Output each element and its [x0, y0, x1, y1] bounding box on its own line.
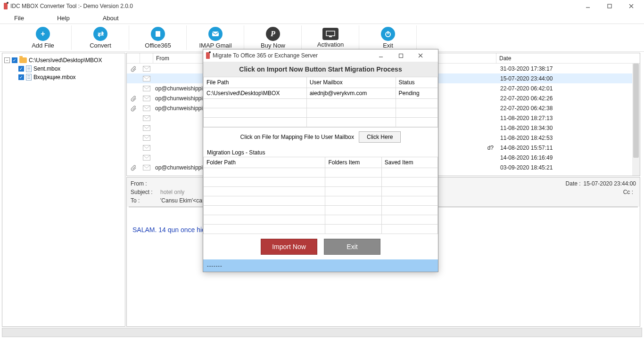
- cell-file-path: C:\Users\ved\Desktop\MBOX: [204, 88, 307, 99]
- col-saved-item[interactable]: Saved Item: [381, 157, 438, 168]
- mail-list-scrollbar[interactable]: [632, 64, 640, 176]
- tool-label: Exit: [383, 42, 393, 49]
- mapping-row[interactable]: [204, 118, 438, 127]
- tool-label: Add File: [32, 42, 54, 49]
- col-date[interactable]: Date: [496, 53, 640, 63]
- svg-rect-4: [156, 31, 160, 37]
- envelope-icon: [140, 86, 153, 91]
- tool-convert[interactable]: ⇄ Convert: [72, 24, 129, 52]
- log-row[interactable]: [204, 206, 438, 215]
- dialog-close-button[interactable]: [418, 53, 435, 58]
- click-here-button[interactable]: Click Here: [359, 131, 401, 143]
- tree-item-label: Sent.mbox: [33, 65, 60, 72]
- mapping-hint-row: Click on File for Mapping File to User M…: [203, 127, 438, 146]
- col-envelope-icon[interactable]: [140, 53, 153, 63]
- tool-label: Activation: [317, 41, 344, 48]
- tool-add-file[interactable]: + Add File: [14, 24, 72, 52]
- subject-label: Subject :: [131, 189, 157, 195]
- tool-imap-gmail[interactable]: IMAP Gmail: [187, 24, 244, 52]
- app-logo-icon: [206, 52, 210, 59]
- tree-root-label: C:\Users\ved\Desktop\MBOX: [29, 57, 102, 64]
- monitor-key-icon: [322, 28, 339, 40]
- date-label: Date :: [566, 180, 581, 187]
- mail-date: 11-08-2020 18:27:13: [496, 115, 640, 121]
- svg-rect-7: [329, 36, 332, 37]
- log-row[interactable]: [204, 187, 438, 196]
- envelope-icon: [140, 165, 153, 170]
- tool-label: IMAP Gmail: [199, 42, 231, 49]
- envelope-icon: [140, 96, 153, 101]
- log-row[interactable]: [204, 178, 438, 187]
- window-close-button[interactable]: [620, 0, 642, 12]
- log-row[interactable]: [204, 168, 438, 178]
- dialog-banner: Click on Import Now Button Start Migrati…: [203, 62, 438, 77]
- envelope-icon: [140, 76, 153, 81]
- dialog-minimize-button[interactable]: [379, 53, 396, 58]
- folder-icon: [19, 57, 27, 63]
- envelope-icon: [140, 115, 153, 121]
- dialog-exit-button[interactable]: Exit: [324, 239, 380, 255]
- envelope-icon: [140, 66, 153, 72]
- mail-date: 22-07-2020 06:42:01: [496, 85, 640, 92]
- mapping-row[interactable]: [204, 99, 438, 108]
- menu-help[interactable]: Help: [57, 15, 70, 22]
- cc-label: Cc :: [623, 189, 633, 195]
- window-titlebar: IDC MBOX Converter Tool :- Demo Version …: [0, 0, 644, 12]
- svg-rect-5: [212, 32, 219, 36]
- to-label: To :: [131, 197, 157, 204]
- mapping-row[interactable]: [204, 108, 438, 118]
- app-logo-icon: [4, 3, 8, 9]
- mapping-row[interactable]: C:\Users\ved\Desktop\MBOX aiednjb@verykv…: [204, 88, 438, 99]
- tool-label: Convert: [90, 42, 111, 49]
- mail-date: 11-08-2020 18:34:30: [496, 125, 640, 131]
- subject-value: hotel only: [160, 189, 184, 195]
- logs-caption: Migration Logs - Status: [203, 146, 438, 157]
- col-folder-path[interactable]: Folder Path: [204, 157, 325, 168]
- collapse-icon[interactable]: −: [4, 57, 10, 63]
- dialog-maximize-button[interactable]: [398, 53, 415, 58]
- power-icon: [381, 27, 395, 41]
- checkbox-icon[interactable]: ✓: [12, 57, 17, 63]
- col-attach-icon[interactable]: [127, 53, 140, 63]
- tool-office365[interactable]: Office365: [129, 24, 187, 52]
- dialog-buttons: Import Now Exit: [203, 234, 438, 259]
- attachment-icon: [127, 105, 140, 112]
- folder-tree[interactable]: − ✓ C:\Users\ved\Desktop\MBOX ✓Sent.mbox…: [2, 53, 125, 327]
- menu-file[interactable]: File: [14, 15, 24, 22]
- col-user-mailbox[interactable]: User Mailbox: [306, 77, 396, 88]
- window-minimize-button[interactable]: [577, 0, 599, 12]
- checkbox-icon[interactable]: ✓: [18, 74, 24, 80]
- logs-grid[interactable]: Folder Path Folders Item Saved Item: [203, 157, 438, 234]
- mapping-grid[interactable]: File Path User Mailbox Status C:\Users\v…: [203, 77, 438, 127]
- col-folders-item[interactable]: Folders Item: [325, 157, 381, 168]
- log-row[interactable]: [204, 215, 438, 225]
- mail-date: 22-07-2020 06:42:38: [496, 105, 640, 112]
- tool-activation[interactable]: Activation: [302, 24, 359, 52]
- mail-date: 31-03-2020 17:38:17: [496, 65, 640, 72]
- log-row[interactable]: [204, 225, 438, 234]
- svg-rect-1: [608, 4, 611, 8]
- attachment-icon: [127, 65, 140, 72]
- tree-root-row[interactable]: − ✓ C:\Users\ved\Desktop\MBOX: [4, 56, 123, 65]
- window-title: IDC MBOX Converter Tool :- Demo Version …: [10, 3, 133, 9]
- tool-exit[interactable]: Exit: [359, 24, 417, 52]
- col-file-path[interactable]: File Path: [204, 77, 307, 88]
- tree-item[interactable]: ✓Sent.mbox: [4, 65, 123, 73]
- envelope-icon: [140, 135, 153, 141]
- log-row[interactable]: [204, 196, 438, 206]
- mail-date: 03-09-2020 18:45:21: [496, 164, 640, 171]
- window-maximize-button[interactable]: [599, 0, 620, 12]
- envelope-icon: [140, 155, 153, 161]
- tool-buy-now[interactable]: P Buy Now: [244, 24, 302, 52]
- tree-item-label: Входящие.mbox: [33, 74, 76, 81]
- from-label: From :: [131, 180, 157, 187]
- import-now-button[interactable]: Import Now: [261, 239, 317, 255]
- tree-item[interactable]: ✓Входящие.mbox: [4, 73, 123, 81]
- menu-about[interactable]: About: [103, 15, 119, 22]
- checkbox-icon[interactable]: ✓: [18, 66, 24, 72]
- mail-date: 15-07-2020 23:44:00: [496, 75, 640, 82]
- date-value: 15-07-2020 23:44:00: [584, 180, 636, 187]
- paypal-icon: P: [266, 27, 280, 41]
- mail-date: 14-08-2020 15:57:11: [496, 145, 640, 151]
- col-status[interactable]: Status: [396, 77, 438, 88]
